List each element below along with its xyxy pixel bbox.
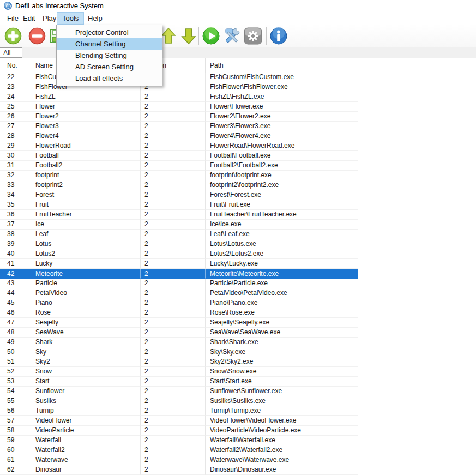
table-row[interactable]: 33footprint22footprint2\footprint2.exe xyxy=(0,180,358,190)
menu-tools[interactable]: Tools xyxy=(57,13,83,24)
cell-version: 2 xyxy=(141,328,206,338)
col-header-path[interactable]: Path xyxy=(206,58,358,73)
table-row[interactable]: 43Particle2Particle\Particle.exe xyxy=(0,279,358,288)
table-row[interactable]: 45Piano2Piano\Piano.exe xyxy=(0,298,358,308)
cell-no: 38 xyxy=(0,230,31,239)
menu-edit[interactable]: Edit xyxy=(18,13,40,24)
cell-name: Lucky xyxy=(31,259,141,269)
table-row[interactable]: 27Flower32Flower3\Flower3.exe xyxy=(0,122,358,131)
menu-help[interactable]: Help xyxy=(83,13,107,24)
tools-button[interactable] xyxy=(222,27,240,45)
table-row[interactable]: 59Waterfall2Waterfall\Waterfall.exe xyxy=(0,436,358,445)
table-row[interactable]: 53Start2Start\Start.exe xyxy=(0,377,358,387)
cell-path: Flower2\Flower2.exe xyxy=(206,112,358,122)
cell-name: Football xyxy=(31,151,141,161)
table-row[interactable]: 26Flower22Flower2\Flower2.exe xyxy=(0,112,358,122)
cell-name: Waterfall2 xyxy=(31,445,141,455)
table-row[interactable]: 28Flower42Flower4\Flower4.exe xyxy=(0,131,358,141)
remove-button[interactable] xyxy=(28,27,46,45)
table-row[interactable]: 49Shark2Shark\Shark.exe xyxy=(0,338,358,347)
cell-version: 2 xyxy=(141,387,206,396)
table-row[interactable]: 57VideoFlower2VideoFlower\VideoFlower.ex… xyxy=(0,416,358,426)
table-row[interactable]: 31Football22Football2\Football2.exe xyxy=(0,161,358,171)
cell-no: 54 xyxy=(0,387,31,396)
table-row[interactable]: 34Forest2Forest\Forest.exe xyxy=(0,190,358,200)
cell-version: 2 xyxy=(141,112,206,122)
cell-name: Waterfall xyxy=(31,436,141,445)
settings-button[interactable] xyxy=(244,27,261,45)
filter-all-tab[interactable]: All xyxy=(0,47,22,58)
table-row[interactable]: 39Lotus2Lotus\Lotus.exe xyxy=(0,239,358,249)
cell-path: SeaWave\SeaWave.exe xyxy=(206,328,358,338)
cell-no: 22 xyxy=(0,73,31,82)
cell-path: Start\Start.exe xyxy=(206,377,358,387)
table-row[interactable]: 35Fruit2Fruit\Fruit.exe xyxy=(0,200,358,210)
cell-name: VideoParticle xyxy=(31,426,141,436)
cell-path: Sky2\Sky2.exe xyxy=(206,357,358,367)
table-row[interactable]: 37Ice2Ice\ice.exe xyxy=(0,220,358,230)
play-button[interactable] xyxy=(202,27,220,45)
cell-no: 26 xyxy=(0,112,31,122)
cell-name: Ice xyxy=(31,220,141,230)
cell-name: Particle xyxy=(31,279,141,288)
cell-name: Forest xyxy=(31,190,141,200)
cell-path: Piano\Piano.exe xyxy=(206,298,358,308)
cell-version: 2 xyxy=(141,406,206,416)
table-row[interactable]: 38Leaf2Leaf\Leaf.exe xyxy=(0,230,358,239)
cell-name: Susliks xyxy=(31,396,141,406)
col-header-no[interactable]: No. xyxy=(0,58,31,73)
info-button[interactable] xyxy=(270,27,287,45)
table-row[interactable]: 54Sunflower2Sunflower\Sunflower.exe xyxy=(0,387,358,396)
menu-item-ad-screen-setting[interactable]: AD Screen Setting xyxy=(57,61,162,73)
table-row[interactable]: 60Waterfall22Waterfall2\Waterfall2.exe xyxy=(0,445,358,455)
cell-name: Shark xyxy=(31,338,141,347)
table-row[interactable]: 41Lucky2Lucky\Lucky.exe xyxy=(0,259,358,269)
menu-bar: File Edit Play Tools Help xyxy=(0,12,476,25)
table-row[interactable]: 50Sky2Sky\Sky.exe xyxy=(0,347,358,357)
table-row[interactable]: 36FruitTeacher2FruitTeacher\FruitTeacher… xyxy=(0,210,358,220)
cell-name: Dinosaur xyxy=(31,465,141,475)
table-row[interactable]: 47Seajelly2Seajelly\Seajelly.exe xyxy=(0,318,358,328)
table-row[interactable]: 56Turnip2Turnip\Turnip.exe xyxy=(0,406,358,416)
table-row[interactable]: 58VideoParticle2VideoParticle\VideoParti… xyxy=(0,426,358,436)
add-button[interactable] xyxy=(4,27,22,45)
cell-path: Sky\Sky.exe xyxy=(206,347,358,357)
cell-path: VideoFlower\VideoFlower.exe xyxy=(206,416,358,426)
table-row[interactable]: 29FlowerRoad2FlowerRoad\FlowerRoad.exe xyxy=(0,141,358,151)
table-row[interactable]: 40Lotus22Lotus2\Lotus2.exe xyxy=(0,249,358,259)
cell-no: 34 xyxy=(0,190,31,200)
table-row[interactable]: 51Sky22Sky2\Sky2.exe xyxy=(0,357,358,367)
cell-name: Sky xyxy=(31,347,141,357)
move-down-button[interactable] xyxy=(180,27,197,45)
menu-item-projector-control[interactable]: Projector Control xyxy=(57,27,162,38)
table-row[interactable]: 48SeaWave2SeaWave\SeaWave.exe xyxy=(0,328,358,338)
table-row[interactable]: 52Snow2Snow\Snow.exe xyxy=(0,367,358,377)
table-row-selected[interactable]: 42Meteorite2Meteorite\Meteorite.exe xyxy=(0,269,358,279)
table-row[interactable]: 32footprint2footprint\footprint.exe xyxy=(0,171,358,180)
table-row[interactable]: 23FishFlower2FishFlower\FishFlower.exe xyxy=(0,82,358,92)
cell-version: 2 xyxy=(141,269,206,279)
cell-name: Flower xyxy=(31,102,141,112)
table-row[interactable]: 61Waterwave2Waterwave\Waterwave.exe xyxy=(0,455,358,465)
cell-path: Sunflower\Sunflower.exe xyxy=(206,387,358,396)
table-row[interactable]: 25Flower2Flower\Flower.exe xyxy=(0,102,358,112)
table-row[interactable]: 24FishZL2FishZL\FishZL.exe xyxy=(0,92,358,102)
cell-name: Lotus2 xyxy=(31,249,141,259)
cell-version: 2 xyxy=(141,436,206,445)
cell-path: footprint2\footprint2.exe xyxy=(206,180,358,190)
menu-item-blending-setting[interactable]: Blending Setting xyxy=(57,50,162,61)
table-row[interactable]: 30Football2Football\Football.exe xyxy=(0,151,358,161)
table-row[interactable]: 62Dinosaur2Dinosaur\Dinosaur.exe xyxy=(0,465,358,475)
cell-path: Football2\Football2.exe xyxy=(206,161,358,171)
table-row[interactable]: 44PetalVideo2PetalVideo\PetalVideo.exe xyxy=(0,288,358,298)
menu-item-load-all-effects[interactable]: Load all effects xyxy=(57,73,162,84)
table-row[interactable]: 22FishCustom2FishCustom\FishCustom.exe xyxy=(0,73,358,82)
cell-path: Lotus\Lotus.exe xyxy=(206,239,358,249)
cell-path: Ice\ice.exe xyxy=(206,220,358,230)
menu-item-channel-setting[interactable]: Channel Setting xyxy=(57,38,162,50)
cell-name: Waterwave xyxy=(31,455,141,465)
cell-path: Particle\Particle.exe xyxy=(206,279,358,288)
table-row[interactable]: 46Rose2Rose\Rose.exe xyxy=(0,308,358,318)
table-row[interactable]: 55Susliks2Susliks\Susliks.exe xyxy=(0,396,358,406)
cell-path: Dinosaur\Dinosaur.exe xyxy=(206,465,358,475)
